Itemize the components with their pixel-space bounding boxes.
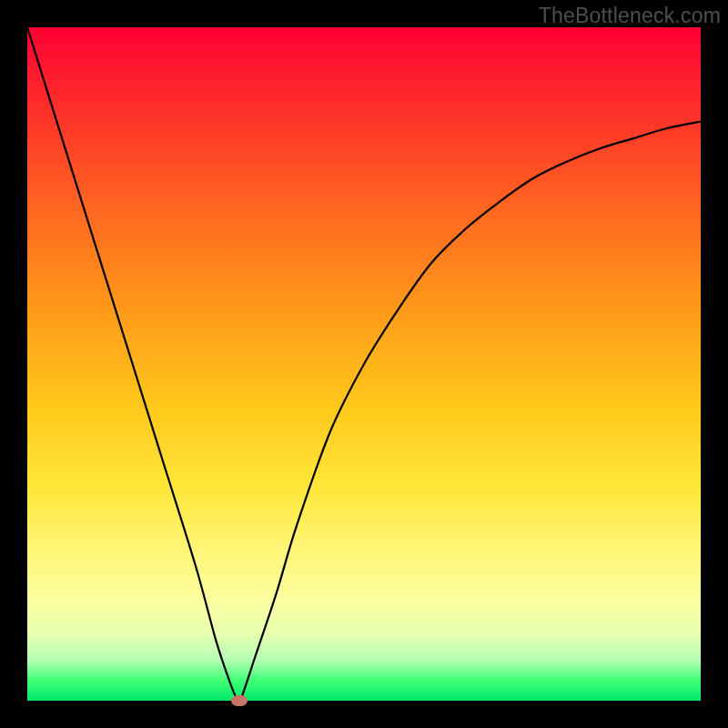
watermark-text: TheBottleneck.com	[539, 4, 721, 28]
bottleneck-curve-path	[27, 27, 701, 701]
chart-frame: TheBottleneck.com	[0, 0, 728, 728]
plot-area	[27, 27, 701, 701]
curve-svg	[27, 27, 701, 701]
min-point-marker	[231, 695, 248, 706]
